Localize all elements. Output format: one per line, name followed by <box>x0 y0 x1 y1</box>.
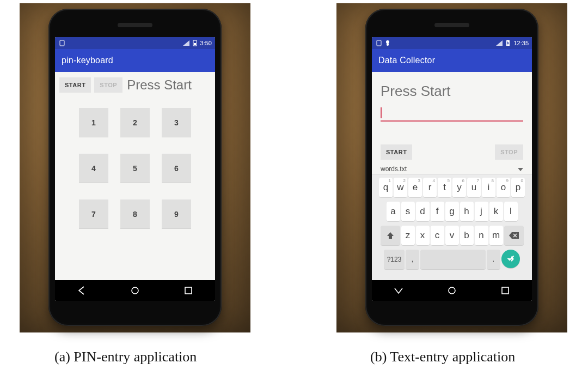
phone-b-frame: 12:35 Data Collector Press Start START S… <box>365 9 538 326</box>
period-key[interactable]: . <box>487 250 500 269</box>
figure-b-photo: 12:35 Data Collector Press Start START S… <box>336 3 567 332</box>
debug-icon <box>385 40 390 46</box>
app-bar: pin-keyboard <box>55 49 215 72</box>
status-time: 3:50 <box>200 40 212 46</box>
svg-point-4 <box>132 287 138 294</box>
stop-button[interactable]: STOP <box>495 144 523 160</box>
phone-speaker <box>118 23 152 27</box>
stop-button[interactable]: STOP <box>94 77 122 93</box>
battery-icon <box>193 40 197 46</box>
keypad-key-5[interactable]: 5 <box>120 154 150 183</box>
svg-rect-0 <box>60 40 64 46</box>
key-n[interactable]: n <box>475 226 488 245</box>
shift-key[interactable] <box>381 226 400 245</box>
portrait-lock-icon <box>376 40 382 46</box>
key-o[interactable]: o9 <box>497 178 510 197</box>
nav-recent-icon[interactable] <box>183 285 194 296</box>
key-d[interactable]: d <box>416 202 430 221</box>
phone-speaker <box>434 23 469 27</box>
text-content: Press Start START STOP words.txt <box>372 72 532 280</box>
app-bar: Data Collector <box>372 49 532 72</box>
symbols-key[interactable]: ?123 <box>384 250 405 269</box>
key-h[interactable]: h <box>460 202 474 221</box>
nav-home-icon[interactable] <box>130 285 140 296</box>
android-nav-bar <box>55 280 215 301</box>
svg-rect-3 <box>194 40 195 40</box>
svg-rect-2 <box>194 43 196 45</box>
caption-a: (a) PIN-entry application <box>54 349 197 365</box>
key-b[interactable]: b <box>460 226 474 245</box>
nav-recent-icon[interactable] <box>500 285 511 296</box>
svg-rect-10 <box>507 40 509 40</box>
keypad: 123456789 <box>55 108 215 229</box>
status-time: 12:35 <box>513 40 529 46</box>
key-v[interactable]: v <box>445 226 459 245</box>
phone-a-frame: 3:50 pin-keyboard START STOP Press Start… <box>48 9 222 326</box>
svg-rect-12 <box>502 287 509 294</box>
chevron-down-icon <box>518 165 523 173</box>
keypad-key-2[interactable]: 2 <box>120 108 150 137</box>
app-title: Data Collector <box>378 56 435 65</box>
keypad-key-6[interactable]: 6 <box>162 154 191 183</box>
svg-rect-5 <box>185 287 192 294</box>
keypad-key-7[interactable]: 7 <box>79 199 108 229</box>
key-l[interactable]: l <box>504 202 518 221</box>
app-title: pin-keyboard <box>62 56 113 65</box>
keypad-key-1[interactable]: 1 <box>79 108 108 137</box>
nav-home-icon[interactable] <box>446 285 457 296</box>
keypad-key-3[interactable]: 3 <box>162 108 191 137</box>
key-f[interactable]: f <box>431 202 444 221</box>
key-z[interactable]: z <box>401 226 415 245</box>
key-q[interactable]: q1 <box>379 178 393 197</box>
signal-icon <box>183 40 189 46</box>
start-button[interactable]: START <box>381 144 412 160</box>
text-input[interactable] <box>381 106 523 122</box>
figure-a-photo: 3:50 pin-keyboard START STOP Press Start… <box>20 3 250 332</box>
start-button[interactable]: START <box>59 77 91 93</box>
phone-b-screen: 12:35 Data Collector Press Start START S… <box>372 37 532 301</box>
key-p[interactable]: p0 <box>511 178 525 197</box>
portrait-lock-icon <box>59 40 65 46</box>
key-e[interactable]: e3 <box>408 178 422 197</box>
prompt-text: Press Start <box>372 72 532 102</box>
keypad-key-4[interactable]: 4 <box>79 154 108 183</box>
space-key[interactable] <box>420 250 486 269</box>
prompt-text: Press Start <box>127 77 192 93</box>
key-m[interactable]: m <box>489 226 503 245</box>
backspace-key[interactable] <box>504 226 524 245</box>
key-y[interactable]: y6 <box>452 178 466 197</box>
spinner-value: words.txt <box>381 165 407 173</box>
key-c[interactable]: c <box>431 226 444 245</box>
svg-rect-8 <box>387 43 389 46</box>
phone-a-screen: 3:50 pin-keyboard START STOP Press Start… <box>55 37 215 301</box>
file-spinner[interactable]: words.txt <box>372 163 532 174</box>
comma-key[interactable]: , <box>406 250 419 269</box>
nav-back-icon[interactable] <box>76 285 87 296</box>
key-i[interactable]: i8 <box>482 178 495 197</box>
caption-b: (b) Text-entry application <box>370 349 515 365</box>
key-u[interactable]: u7 <box>467 178 481 197</box>
key-g[interactable]: g <box>445 202 459 221</box>
enter-key[interactable] <box>501 250 520 268</box>
status-bar: 12:35 <box>372 37 532 49</box>
key-j[interactable]: j <box>475 202 488 221</box>
signal-icon <box>496 40 503 46</box>
key-t[interactable]: t5 <box>438 178 451 197</box>
keypad-key-9[interactable]: 9 <box>162 199 191 229</box>
svg-rect-6 <box>377 40 381 46</box>
soft-keyboard: q1w2e3r4t5y6u7i8o9p0 asdfghjkl zxcvbnm <box>372 174 532 280</box>
key-w[interactable]: w2 <box>394 178 407 197</box>
status-bar: 3:50 <box>55 37 215 49</box>
key-x[interactable]: x <box>416 226 430 245</box>
pin-content: START STOP Press Start 123456789 <box>55 72 215 280</box>
key-r[interactable]: r4 <box>423 178 437 197</box>
svg-point-11 <box>449 287 455 294</box>
key-a[interactable]: a <box>387 202 400 221</box>
battery-charging-icon <box>506 40 510 46</box>
text-cursor <box>381 107 382 118</box>
key-k[interactable]: k <box>489 202 503 221</box>
keypad-key-8[interactable]: 8 <box>120 199 150 229</box>
key-s[interactable]: s <box>401 202 415 221</box>
nav-back-ime-icon[interactable] <box>393 285 404 296</box>
android-nav-bar <box>372 280 532 301</box>
